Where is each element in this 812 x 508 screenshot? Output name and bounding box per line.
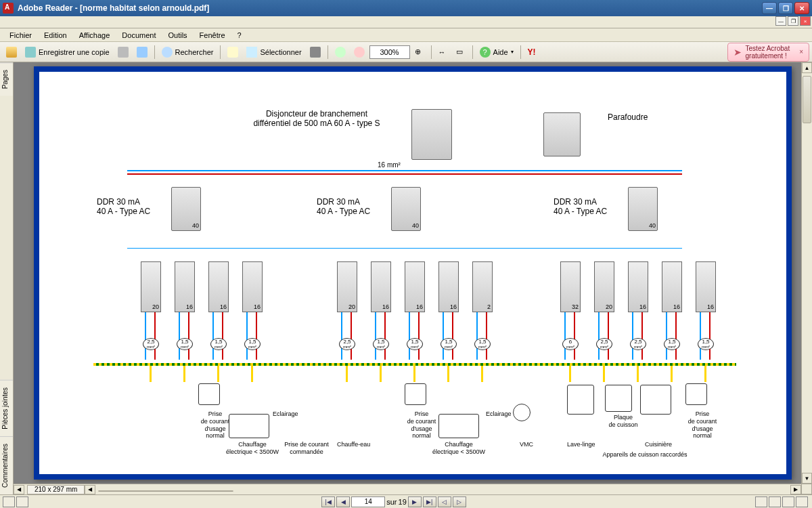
single-page-view-button[interactable] [3,496,15,507]
scroll-down-button[interactable]: ▼ [802,473,812,484]
navigation-panel-tabs: Pages Pièces jointes Commentaires [0,62,14,494]
main-breaker-device [411,109,452,160]
zoom-level-field[interactable]: 300% [369,45,410,59]
earth-wire [704,363,706,382]
neutral-bus-wire [127,170,682,171]
wire-size-badge: 2,5mm² [339,338,355,350]
horizontal-scrollbar[interactable]: ◀ 210 x 297 mm ◀ ▶ [14,484,801,494]
window-close-button[interactable]: ✕ [794,2,809,14]
open-button[interactable] [3,44,20,60]
acrobat-trial-promo[interactable]: ➤ Testez Acrobatgratuitement ! × [727,43,809,62]
neutral-wire [700,312,701,360]
washer-icon [567,385,594,415]
layout-facing-button[interactable] [782,496,794,507]
layout-single-button[interactable] [755,496,767,507]
back-view-button[interactable]: ◁ [438,496,451,507]
phase-wire [222,312,223,360]
layout-continuous-facing-button[interactable] [796,496,808,507]
snapshot-button[interactable] [307,44,324,60]
neutral-wire [179,312,180,360]
search-button[interactable]: Rechercher [158,44,217,60]
heater-icon [438,414,479,438]
help-button[interactable]: ?Aide▾ [476,44,517,60]
print-button[interactable] [114,44,132,60]
phase-wire [486,312,487,360]
neutral-wire [443,312,444,360]
promo-text: Testez Acrobatgratuitement ! [746,45,790,60]
scroll-up-button[interactable]: ▲ [802,62,812,73]
load-label: Cuisinière [645,441,672,448]
layout-continuous-button[interactable] [769,496,781,507]
menu-outils[interactable]: Outils [162,30,192,41]
zoom-out-button[interactable] [351,44,368,60]
hand-tool-button[interactable] [224,44,242,60]
menu-affichage[interactable]: Affichage [74,30,116,41]
neutral-wire [246,312,248,360]
menu-help[interactable]: ? [232,30,247,41]
scroll-right-button[interactable]: ▶ [790,485,801,494]
wire-size-badge: 1,5mm² [474,338,491,350]
continuous-view-button[interactable] [16,496,28,507]
app-logo-icon [3,3,14,14]
select-tool-button[interactable]: Sélectionner [243,44,304,60]
doc-restore-button[interactable]: ❐ [788,16,798,26]
load-label: Prise de courant d'usage normal [401,410,442,440]
current-page-field[interactable]: 14 [351,496,385,507]
earth-wire [183,363,185,382]
toolbar-separator [154,45,155,59]
scrollbar-thumb[interactable] [803,76,811,123]
tab-attachments[interactable]: Pièces jointes [0,380,13,436]
prev-page-button[interactable]: ◀ [336,496,350,507]
fit-page-button[interactable]: ▭ [453,44,469,60]
menu-fichier[interactable]: Fichier [4,30,37,41]
titlebar: Adobe Reader - [norme habitat selon arno… [0,0,812,16]
scroll-left-button-2[interactable]: ◀ [85,485,95,494]
tab-comments[interactable]: Commentaires [0,436,13,494]
page-dimensions-readout: 210 x 297 mm [27,485,85,494]
scrollbar-thumb[interactable] [98,490,233,492]
work-area: Pages Pièces jointes Commentaires Disjon… [0,62,812,494]
wire-size-badge: 1,5mm² [373,338,389,350]
toolbar-separator [220,45,221,59]
doc-minimize-button[interactable]: — [775,16,786,26]
scroll-left-button[interactable]: ◀ [14,485,24,494]
dist-bus [127,248,682,249]
folder-icon [6,47,17,58]
yahoo-toolbar-button[interactable]: Y! [524,44,541,60]
circuit-breaker: 16 [242,261,263,312]
earth-wire [413,363,415,382]
email-button[interactable] [133,44,151,60]
phase-wire [188,312,189,360]
document-viewport[interactable]: Disjoncteur de branchement différentiel … [14,62,812,494]
tab-pages[interactable]: Pages [0,62,13,96]
promo-close-icon[interactable]: × [799,48,803,56]
phase-wire [574,312,575,360]
earth-wire [637,363,639,382]
fit-width-button[interactable]: ↔ [435,44,451,60]
fwd-view-button[interactable]: ▷ [453,496,466,507]
earth-wire [217,363,219,382]
window-minimize-button[interactable]: — [762,2,777,14]
last-page-button[interactable]: ▶| [423,496,436,507]
next-page-button[interactable]: ▶ [408,496,422,507]
wire-size-badge: 6mm² [562,338,579,350]
save-copy-label: Enregistrer une copie [39,48,110,56]
wire-size-badge: 2,5mm² [630,338,646,350]
menu-edition[interactable]: Edition [39,30,72,41]
zoom-in-button[interactable] [332,44,349,60]
toolbar-separator [520,45,521,59]
menu-document[interactable]: Document [116,30,161,41]
circuit-breaker: 16 [662,261,682,312]
zoom-in-icon [335,47,346,58]
vertical-scrollbar[interactable]: ▲ ▼ [801,62,812,484]
circuit-breaker: 16 [628,261,648,312]
save-copy-button[interactable]: Enregistrer une copie [22,44,113,60]
doc-close-button[interactable]: × [800,16,811,26]
first-page-button[interactable]: |◀ [321,496,335,507]
ddr-device: 40 [171,187,201,231]
menu-fenetre[interactable]: Fenêtre [194,30,231,41]
zoom-plus-button[interactable]: ⊕ [411,44,428,60]
window-restore-button[interactable]: ❐ [778,2,793,14]
wire-size-badge: 1,5mm² [441,338,457,350]
earth-wire [150,363,152,382]
